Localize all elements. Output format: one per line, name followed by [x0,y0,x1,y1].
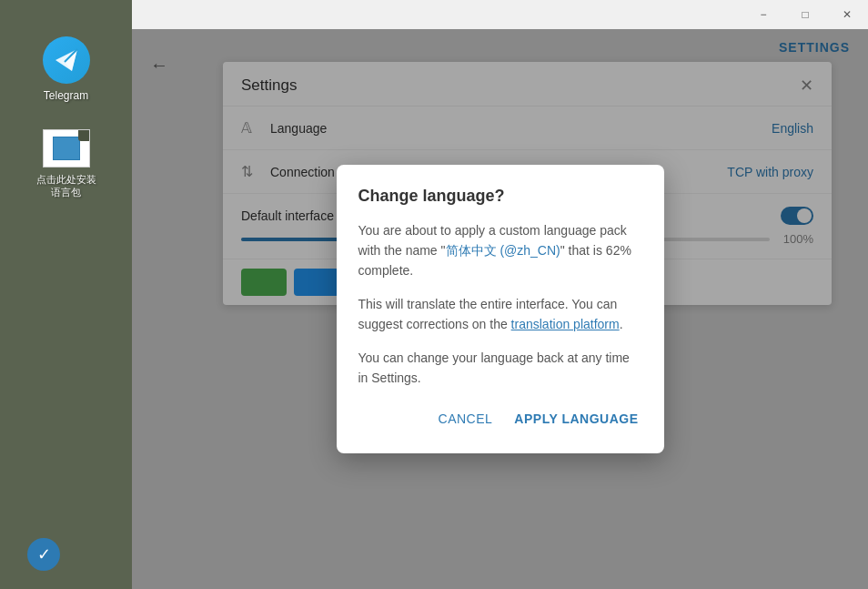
telegram-plane-icon [52,46,81,75]
dialog-para2: This will translate the entire interface… [358,294,642,335]
langpack-icon [43,129,90,168]
dialog-para2-suffix: . [620,317,623,331]
cancel-button[interactable]: Cancel [435,406,497,432]
dialog-lang-name: 简体中文 (@zh_CN) [446,243,560,258]
app-window: − □ ✕ ← SETTINGS Settings ✕ 𝔸 Language E [132,0,868,589]
apply-language-button[interactable]: Apply Language [510,406,641,432]
settings-panel: ← SETTINGS Settings ✕ 𝔸 Language English [132,29,868,589]
title-bar: − □ ✕ [132,0,868,29]
check-badge-container: ✓ [27,538,60,571]
dialog-para3: You can change your language back at any… [358,348,642,389]
desktop-sidebar: Telegram 点击此处安装 语言包 ✓ [0,0,132,589]
telegram-icon-bg [43,36,90,84]
langpack-label: 点击此处安装 语言包 [36,173,96,199]
dialog-title: Change language? [358,187,642,206]
change-language-dialog: Change language? You are about to apply … [337,165,664,454]
maximize-button[interactable]: □ [784,0,826,29]
dialog-overlay: Change language? You are about to apply … [132,29,868,589]
close-window-button[interactable]: ✕ [826,0,868,29]
check-badge: ✓ [27,538,60,571]
telegram-label: Telegram [44,89,88,102]
langpack-desktop-icon[interactable]: 点击此处安装 语言包 [36,129,96,199]
langpack-icon-inner [53,137,80,160]
dialog-actions: Cancel Apply Language [358,406,642,432]
telegram-desktop-icon[interactable]: Telegram [43,36,90,102]
minimize-button[interactable]: − [742,0,784,29]
translation-platform-link[interactable]: translation platform [511,317,620,331]
dialog-body: You are about to apply a custom language… [358,220,642,389]
dialog-para1: You are about to apply a custom language… [358,220,642,281]
